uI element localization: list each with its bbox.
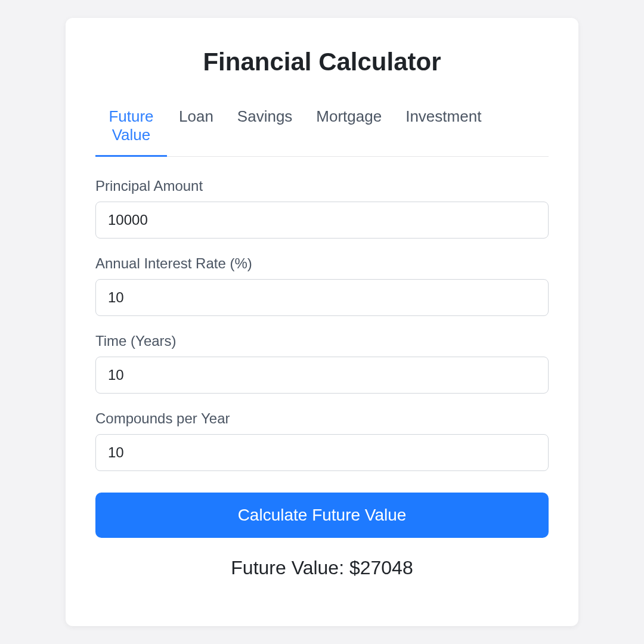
label-time: Time (Years) [95, 333, 549, 349]
input-compounds[interactable] [95, 434, 549, 471]
label-rate: Annual Interest Rate (%) [95, 255, 549, 272]
field-time: Time (Years) [95, 333, 549, 394]
input-principal[interactable] [95, 202, 549, 239]
page-title: Financial Calculator [95, 48, 549, 76]
calculator-card: Financial Calculator Future Value Loan S… [66, 18, 578, 626]
tab-investment[interactable]: Investment [394, 100, 493, 157]
tab-future-value[interactable]: Future Value [95, 100, 167, 157]
field-rate: Annual Interest Rate (%) [95, 255, 549, 316]
result-text: Future Value: $27048 [95, 557, 549, 579]
label-principal: Principal Amount [95, 178, 549, 194]
tab-savings[interactable]: Savings [225, 100, 305, 157]
tabs: Future Value Loan Savings Mortgage Inves… [95, 100, 549, 157]
tab-mortgage[interactable]: Mortgage [304, 100, 394, 157]
field-compounds: Compounds per Year [95, 410, 549, 471]
label-compounds: Compounds per Year [95, 410, 549, 427]
input-time[interactable] [95, 357, 549, 394]
tab-loan[interactable]: Loan [167, 100, 225, 157]
calculate-button[interactable]: Calculate Future Value [95, 493, 549, 538]
field-principal: Principal Amount [95, 178, 549, 239]
input-rate[interactable] [95, 279, 549, 316]
